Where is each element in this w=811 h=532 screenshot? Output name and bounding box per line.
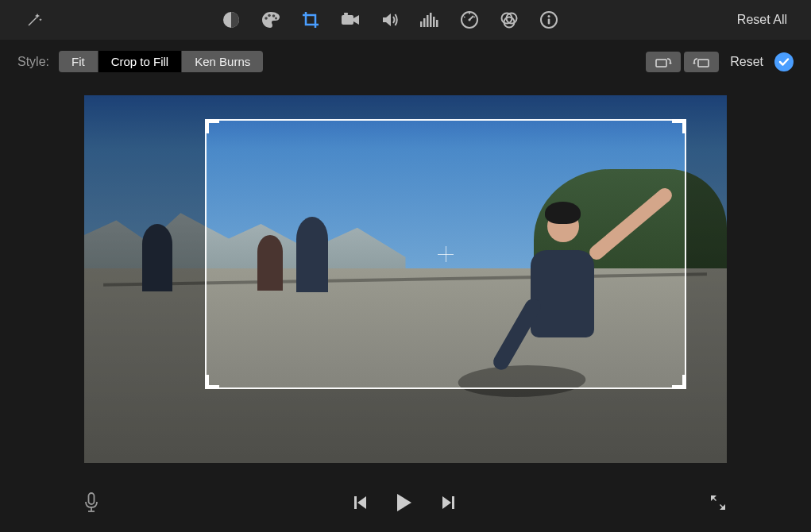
rotate-ccw-button[interactable] (646, 52, 681, 72)
crop-handle-bottom-right[interactable] (672, 375, 686, 389)
svg-line-19 (474, 17, 476, 17)
svg-rect-6 (342, 15, 353, 25)
rotate-cw-button[interactable] (684, 52, 719, 72)
video-preview (84, 95, 727, 463)
svg-line-18 (464, 17, 465, 17)
crop-dim-overlay (205, 389, 686, 463)
rotate-ccw-icon (654, 56, 673, 68)
style-crop-to-fill-button[interactable]: Crop to Fill (98, 51, 183, 72)
volume-button[interactable] (370, 4, 410, 36)
palette-icon (261, 10, 281, 29)
reset-all-button[interactable]: Reset All (729, 13, 795, 27)
stabilization-button[interactable] (330, 4, 370, 36)
svg-rect-9 (423, 18, 426, 27)
style-section: Style: Fit Crop to Fill Ken Burns (17, 51, 263, 72)
rotate-cw-icon (692, 56, 711, 68)
crop-center-crosshair (438, 246, 454, 262)
crop-handle-top-right[interactable] (672, 119, 686, 133)
svg-rect-27 (698, 60, 709, 67)
crop-rectangle[interactable] (205, 119, 686, 389)
clip-info-button[interactable] (529, 4, 569, 36)
svg-rect-12 (433, 17, 435, 27)
previous-frame-button[interactable] (353, 495, 368, 514)
svg-point-24 (548, 15, 550, 17)
color-balance-button[interactable] (211, 4, 251, 36)
svg-point-2 (265, 17, 268, 20)
speedometer-icon (460, 10, 479, 29)
svg-rect-25 (548, 19, 550, 25)
equalizer-icon (419, 12, 440, 28)
svg-point-5 (275, 17, 277, 20)
style-segmented-control: Fit Crop to Fill Ken Burns (59, 51, 263, 72)
crop-dim-overlay (686, 95, 727, 463)
crop-right-controls: Reset (646, 52, 794, 72)
svg-point-16 (469, 19, 471, 21)
play-icon (396, 492, 413, 513)
voiceover-record-button[interactable] (83, 492, 99, 516)
svg-point-3 (268, 14, 272, 17)
noise-reduction-button[interactable] (410, 4, 450, 36)
svg-rect-13 (436, 20, 438, 27)
top-toolbar: Reset All (0, 0, 811, 40)
color-correction-button[interactable] (251, 4, 291, 36)
toolbar-tools (52, 4, 729, 36)
crop-dim-overlay (84, 95, 205, 463)
crop-handle-bottom-left[interactable] (205, 375, 219, 389)
checkmark-icon (778, 57, 790, 67)
style-label: Style: (17, 55, 49, 69)
crop-handle-top-left[interactable] (205, 119, 219, 133)
next-frame-button[interactable] (441, 495, 455, 514)
svg-rect-26 (656, 60, 666, 67)
clip-filter-button[interactable] (489, 4, 529, 36)
apply-crop-button[interactable] (774, 52, 794, 71)
play-button[interactable] (396, 492, 413, 516)
expand-diagonal-icon (709, 493, 728, 512)
svg-line-0 (29, 17, 37, 25)
speed-button[interactable] (450, 4, 489, 36)
crop-icon (301, 10, 320, 29)
svg-point-4 (272, 14, 276, 17)
info-icon (539, 10, 558, 29)
svg-rect-8 (420, 21, 423, 27)
speaker-icon (380, 11, 400, 29)
venn-circles-icon (499, 11, 519, 29)
crop-dim-overlay (205, 95, 686, 119)
playback-controls (0, 476, 811, 532)
svg-rect-11 (430, 13, 432, 27)
auto-enhance-wand-icon[interactable] (16, 11, 52, 29)
video-camera-icon (340, 11, 361, 29)
style-fit-button[interactable]: Fit (59, 51, 98, 72)
microphone-icon (83, 492, 99, 513)
skip-back-icon (353, 495, 368, 511)
fullscreen-button[interactable] (709, 493, 728, 515)
reset-crop-button[interactable]: Reset (730, 55, 763, 69)
svg-rect-10 (427, 15, 429, 27)
rotate-buttons (646, 52, 719, 72)
crop-button[interactable] (291, 4, 330, 36)
svg-rect-32 (452, 496, 454, 509)
skip-forward-icon (441, 495, 455, 511)
style-ken-burns-button[interactable]: Ken Burns (182, 51, 263, 72)
svg-rect-7 (344, 13, 348, 15)
svg-rect-28 (89, 493, 95, 504)
svg-rect-31 (354, 496, 357, 509)
crop-options-bar: Style: Fit Crop to Fill Ken Burns (0, 40, 811, 83)
video-frame[interactable] (84, 95, 727, 463)
color-balance-icon (222, 10, 241, 29)
transport-controls (99, 492, 709, 516)
